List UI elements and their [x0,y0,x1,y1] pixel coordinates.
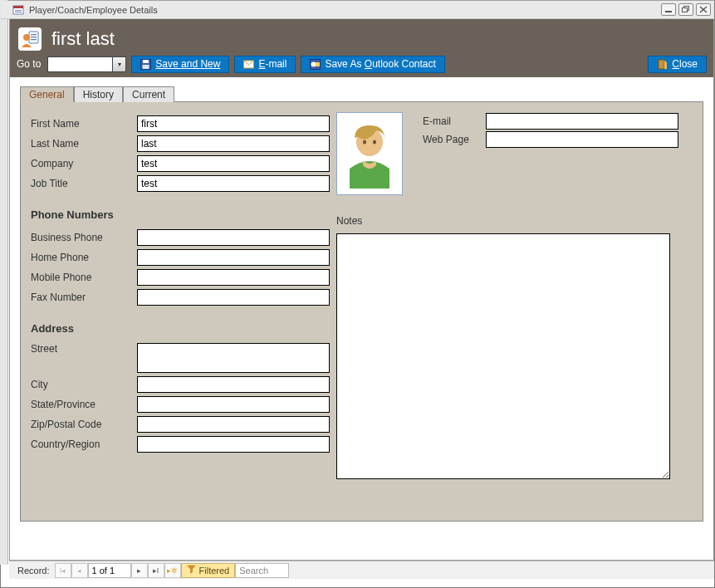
job-title-label: Job Title [31,178,137,189]
email-label: E-mail [423,115,486,127]
window-title: Player/Coach/Employee Details [29,5,158,15]
chevron-down-icon[interactable]: ▾ [112,56,126,72]
record-label: Record: [11,566,55,576]
svg-rect-3 [15,12,22,12]
home-phone-field[interactable] [137,249,330,266]
city-label: City [31,379,137,390]
svg-rect-20 [316,62,320,66]
svg-rect-11 [31,37,37,37]
close-window-button[interactable] [696,3,711,16]
outlook-icon [310,59,321,70]
record-navigator: Record: I◂ ◂ 1 of 1 ▸ ▸I ▸✲ Filtered Sea… [9,561,714,579]
window-titlebar: Player/Coach/Employee Details [1,1,714,19]
home-phone-label: Home Phone [31,252,137,263]
nav-first-button[interactable]: I◂ [55,563,71,578]
email-field[interactable] [486,113,678,130]
nav-new-button[interactable]: ▸✲ [164,563,181,578]
svg-rect-15 [143,60,149,63]
business-phone-label: Business Phone [31,232,137,243]
tab-strip: General History Current [20,86,703,102]
nav-last-button[interactable]: ▸I [148,563,164,578]
svg-rect-12 [31,39,37,40]
goto-combobox[interactable]: ▾ [47,56,126,72]
fax-label: Fax Number [31,292,137,303]
svg-point-25 [373,140,376,145]
nav-next-button[interactable]: ▸ [131,563,148,578]
door-icon [657,59,668,70]
phone-section-header: Phone Numbers [31,208,330,221]
mail-icon [243,59,254,70]
contact-photo[interactable] [336,112,403,195]
street-label: Street [31,343,137,355]
save-as-outlook-button[interactable]: Save As Outlook Contact [301,56,444,73]
svg-point-24 [363,140,366,145]
search-input[interactable]: Search [235,563,289,578]
zip-field[interactable] [137,416,330,433]
business-phone-field[interactable] [137,229,330,246]
notes-label: Notes [336,215,362,227]
notes-field[interactable] [336,233,670,479]
close-label-rest: lose [679,58,698,70]
form-header: first last Go to ▾ Save and [10,19,713,77]
filter-label: Filtered [199,566,230,576]
company-label: Company [31,158,137,169]
left-gutter [0,0,8,565]
state-label: State/Province [31,399,137,410]
svg-point-13 [23,34,30,41]
restore-button[interactable] [678,3,693,16]
svg-rect-16 [143,65,149,69]
email-button[interactable]: E-mail [234,56,296,73]
state-field[interactable] [137,396,330,413]
job-title-field[interactable] [137,175,330,192]
svg-rect-1 [13,6,23,8]
svg-rect-21 [659,60,664,69]
web-page-field[interactable] [486,131,678,148]
svg-rect-2 [15,10,22,11]
save-and-new-label: Save and New [155,58,220,70]
mobile-phone-label: Mobile Phone [31,272,137,283]
first-name-label: First Name [31,118,137,130]
tab-general[interactable]: General [20,86,74,102]
nav-prev-button[interactable]: ◂ [71,563,88,578]
page-title: first last [51,28,115,50]
company-field[interactable] [137,155,330,172]
goto-label: Go to [17,58,41,70]
outlook-label-post: utlook Contact [372,58,436,70]
outlook-label-u: O [365,58,372,70]
country-field[interactable] [137,436,330,453]
tab-current[interactable]: Current [123,86,174,102]
tab-page-general: First Name Last Name Company Job Title [20,102,703,522]
mobile-phone-field[interactable] [137,269,330,286]
record-number[interactable]: 1 of 1 [88,563,131,578]
contact-icon [18,27,42,51]
address-section-header: Address [31,322,330,335]
close-button[interactable]: Close [648,56,707,73]
minimize-button[interactable] [661,3,676,16]
save-and-new-button[interactable]: Save and New [131,56,229,73]
save-icon [140,59,151,70]
first-name-field[interactable] [137,115,330,132]
country-label: Country/Region [31,439,137,450]
funnel-icon [187,565,196,576]
filter-indicator[interactable]: Filtered [181,563,236,578]
close-label-u: C [672,58,679,70]
street-field[interactable] [137,343,330,373]
svg-point-19 [311,61,316,66]
window-icon [12,4,24,16]
outlook-label-pre: Save As [325,58,364,70]
last-name-field[interactable] [137,135,330,152]
svg-rect-10 [31,34,37,35]
fax-field[interactable] [137,289,330,306]
city-field[interactable] [137,376,330,393]
last-name-label: Last Name [31,138,137,149]
svg-rect-6 [683,8,688,12]
tab-history[interactable]: History [74,86,123,102]
svg-rect-4 [665,11,672,12]
web-page-label: Web Page [423,134,486,145]
email-label-rest: -mail [265,58,286,70]
zip-label: Zip/Postal Code [31,419,137,430]
